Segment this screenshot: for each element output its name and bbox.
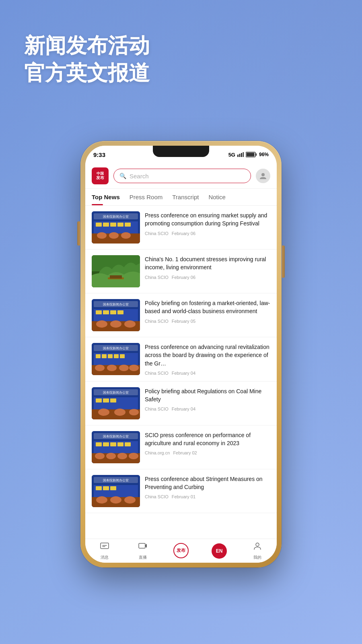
svg-point-72 bbox=[95, 453, 105, 459]
news-thumbnail: 国务院新闻办公室 bbox=[92, 299, 140, 331]
svg-rect-56 bbox=[103, 398, 109, 402]
thumb-image bbox=[92, 255, 140, 287]
app-promo-header: 新闻发布活动 官方英文报道 bbox=[24, 32, 150, 87]
svg-point-75 bbox=[129, 453, 138, 459]
phone-notch bbox=[153, 146, 209, 157]
news-content: Press conference on ensuring market supp… bbox=[145, 211, 270, 236]
list-item[interactable]: China's No. 1 document stresses improvin… bbox=[85, 250, 277, 293]
nav-profile[interactable]: 我的 bbox=[239, 541, 277, 560]
svg-rect-6 bbox=[246, 153, 254, 157]
signal-bars-icon bbox=[237, 152, 244, 157]
svg-point-85 bbox=[110, 496, 121, 504]
messages-icon bbox=[100, 541, 109, 553]
svg-text:国务院新闻办公室: 国务院新闻办公室 bbox=[103, 215, 129, 219]
news-content: Press conference on advancing rural revi… bbox=[145, 343, 270, 376]
svg-text:国务院新闻办公室: 国务院新闻办公室 bbox=[103, 479, 129, 482]
search-icon: 🔍 bbox=[119, 173, 126, 179]
tab-press-room[interactable]: Press Room bbox=[130, 189, 163, 205]
svg-rect-44 bbox=[114, 354, 119, 358]
svg-point-34 bbox=[96, 320, 107, 328]
svg-rect-13 bbox=[103, 223, 109, 227]
live-icon bbox=[138, 541, 148, 553]
nav-messages[interactable]: 消息 bbox=[85, 541, 123, 560]
news-title: Policy briefing about Regulations on Coa… bbox=[145, 387, 270, 404]
svg-rect-16 bbox=[125, 223, 131, 227]
nav-en[interactable]: EN bbox=[200, 543, 239, 559]
svg-point-19 bbox=[109, 232, 119, 239]
messages-label: 消息 bbox=[101, 555, 109, 560]
news-title: Press conference on advancing rural revi… bbox=[145, 343, 270, 367]
svg-rect-55 bbox=[96, 398, 102, 402]
svg-rect-68 bbox=[110, 442, 116, 446]
list-item[interactable]: 国务院新闻办公室 Policy briefing about Re bbox=[85, 382, 277, 425]
svg-point-7 bbox=[261, 173, 265, 176]
search-bar[interactable]: 🔍 Search bbox=[113, 169, 251, 183]
app-header: 中国 发布 🔍 Search bbox=[85, 163, 277, 189]
svg-point-86 bbox=[124, 496, 136, 504]
profile-avatar-button[interactable] bbox=[256, 169, 270, 183]
status-time: 9:33 bbox=[93, 151, 105, 158]
publish-label: 发布 bbox=[177, 547, 185, 553]
tab-notice[interactable]: Notice bbox=[208, 189, 226, 205]
thumb-image: 国务院新闻办公室 bbox=[92, 475, 140, 507]
svg-rect-81 bbox=[103, 486, 109, 490]
svg-text:国务院新闻办公室: 国务院新闻办公室 bbox=[103, 347, 129, 350]
thumb-image: 国务院新闻办公室 bbox=[92, 211, 140, 244]
thumb-image: 国务院新闻办公室 bbox=[92, 299, 140, 331]
list-item[interactable]: 国务院新闻办公室 bbox=[85, 425, 277, 469]
list-item[interactable]: 国务院新闻办公室 Policy br bbox=[85, 293, 277, 337]
svg-point-36 bbox=[124, 320, 136, 328]
news-meta: China.org.cn February 02 bbox=[145, 450, 270, 455]
svg-rect-14 bbox=[110, 223, 116, 227]
news-title: Press conference about Stringent Measure… bbox=[145, 475, 270, 491]
phone-screen: 9:33 5G 96% bbox=[85, 146, 277, 563]
svg-rect-0 bbox=[237, 155, 239, 157]
svg-text:国务院新闻办公室: 国务院新闻办公室 bbox=[103, 303, 129, 306]
search-placeholder: Search bbox=[130, 173, 149, 180]
thumb-image: 国务院新闻办公室 bbox=[92, 387, 140, 419]
news-meta: China SCIO February 05 bbox=[145, 319, 270, 324]
svg-point-60 bbox=[114, 409, 125, 416]
svg-rect-66 bbox=[96, 442, 102, 446]
list-item[interactable]: 国务院新闻办公室 bbox=[85, 206, 277, 250]
svg-rect-1 bbox=[239, 154, 240, 157]
profile-icon bbox=[253, 541, 262, 553]
news-thumbnail: 国务院新闻办公室 bbox=[92, 343, 140, 375]
en-badge: EN bbox=[212, 543, 227, 559]
svg-point-48 bbox=[107, 365, 117, 371]
svg-point-50 bbox=[129, 365, 139, 371]
list-item[interactable]: 国务院新闻办公室 bbox=[85, 337, 277, 382]
tab-top-news[interactable]: Top News bbox=[92, 189, 120, 205]
tab-transcript[interactable]: Transcript bbox=[172, 189, 199, 205]
svg-rect-80 bbox=[96, 486, 102, 490]
svg-point-84 bbox=[96, 496, 107, 504]
svg-rect-5 bbox=[255, 153, 257, 156]
tab-navigation: Top News Press Room Transcript Notice bbox=[85, 189, 277, 206]
news-title: Press conference on ensuring market supp… bbox=[145, 211, 270, 228]
svg-point-35 bbox=[110, 320, 121, 328]
news-meta: China SCIO February 06 bbox=[145, 231, 270, 236]
svg-rect-41 bbox=[96, 354, 101, 358]
svg-rect-70 bbox=[125, 442, 131, 446]
svg-text:国务院新闻办公室: 国务院新闻办公室 bbox=[103, 435, 129, 438]
nav-publish[interactable]: 发布 bbox=[162, 543, 200, 559]
svg-rect-15 bbox=[117, 223, 123, 227]
user-icon bbox=[259, 172, 267, 180]
news-title: China's No. 1 document stresses improvin… bbox=[145, 255, 270, 272]
list-item[interactable]: 国务院新闻办公室 Press conference about S bbox=[85, 469, 277, 513]
svg-rect-82 bbox=[110, 486, 116, 490]
nav-live[interactable]: 直播 bbox=[123, 541, 162, 560]
svg-rect-32 bbox=[117, 310, 123, 314]
svg-rect-87 bbox=[101, 543, 109, 549]
status-icons: 5G 96% bbox=[228, 152, 269, 158]
svg-point-59 bbox=[98, 409, 109, 416]
news-title: Policy briefing on fostering a market-or… bbox=[145, 299, 270, 316]
svg-rect-88 bbox=[139, 543, 145, 548]
battery-icon bbox=[246, 152, 257, 157]
news-thumbnail: 国务院新闻办公室 bbox=[92, 211, 140, 244]
news-content: China's No. 1 document stresses improvin… bbox=[145, 255, 270, 280]
publish-badge: 发布 bbox=[173, 543, 189, 558]
svg-point-73 bbox=[106, 453, 116, 459]
svg-point-47 bbox=[95, 365, 105, 371]
svg-rect-29 bbox=[96, 310, 102, 314]
